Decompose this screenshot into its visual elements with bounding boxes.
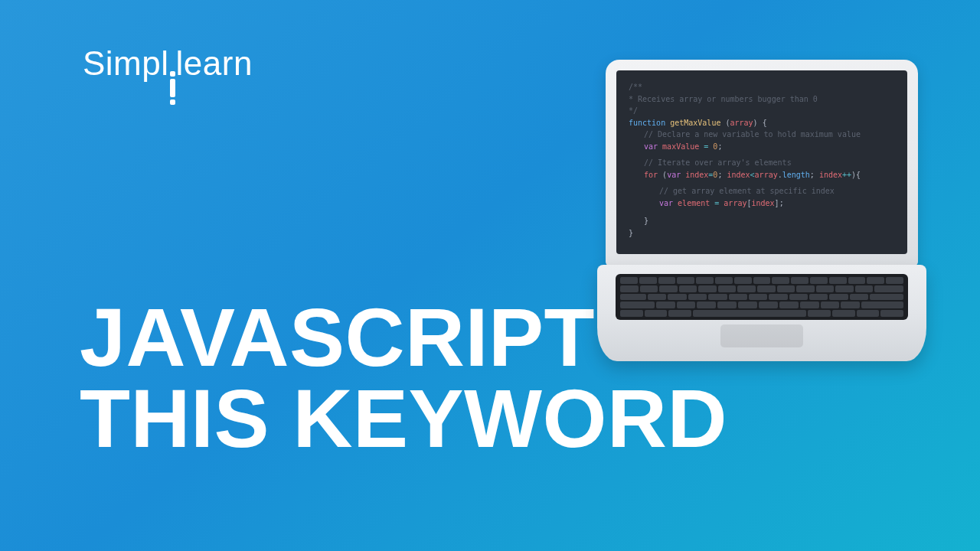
brand-i-glyph xyxy=(170,71,175,105)
code-comment: * Receives array or numbers bugger than … xyxy=(629,93,895,106)
code-editor-screen: /** * Receives array or numbers bugger t… xyxy=(616,70,907,254)
code-comment: */ xyxy=(629,105,895,117)
code-line: } xyxy=(629,227,895,240)
code-comment: // get array element at specific index xyxy=(629,185,895,197)
trackpad xyxy=(720,324,803,347)
brand-text-simpl: Simpl xyxy=(83,44,169,83)
code-comment: // Iterate over array's elements xyxy=(629,157,895,169)
code-line: var maxValue = 0; xyxy=(629,141,895,153)
keyboard xyxy=(616,274,908,320)
code-line: } xyxy=(629,215,895,227)
laptop-base xyxy=(597,265,926,361)
brand-logo: Simpl learn xyxy=(83,44,253,103)
title-line-2: THIS KEYWORD xyxy=(80,378,727,459)
laptop-illustration: /** * Receives array or numbers bugger t… xyxy=(597,60,926,361)
code-line: function getMaxValue (array) { xyxy=(629,117,895,129)
code-line: for (var index=0; index<array.length; in… xyxy=(629,169,895,181)
code-comment: // Declare a new variable to hold maximu… xyxy=(629,129,895,141)
code-comment: /** xyxy=(629,81,895,93)
brand-text-learn: learn xyxy=(176,44,253,83)
laptop-lid: /** * Receives array or numbers bugger t… xyxy=(606,60,918,266)
code-line: var element = array[index]; xyxy=(629,197,895,210)
